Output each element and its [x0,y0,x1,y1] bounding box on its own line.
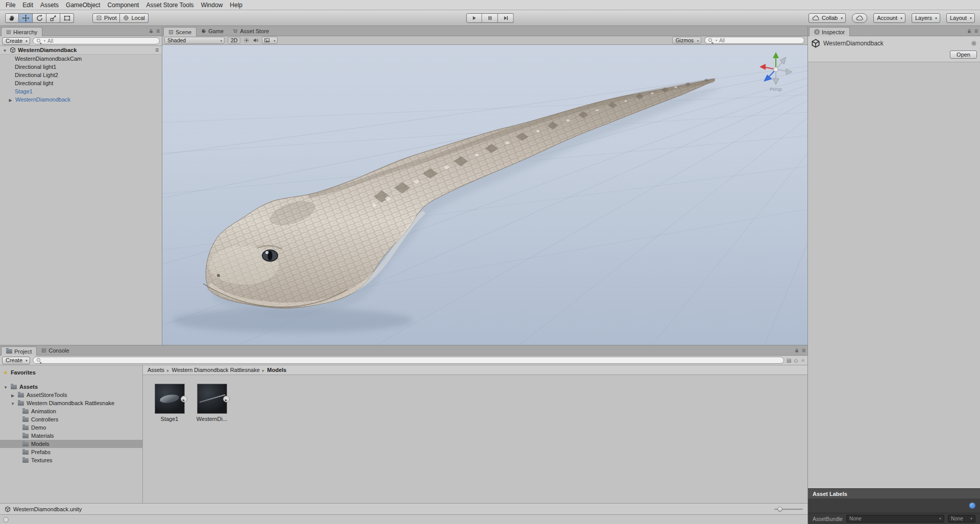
search-filter-arrow-icon[interactable]: ▼ [43,39,46,42]
orientation-gizmo[interactable]: Persp [755,49,796,92]
foldout-open-icon[interactable] [10,400,15,406]
folder-materials[interactable]: Materials [0,432,142,440]
label-tag-icon[interactable] [969,503,975,509]
hand-tool-button[interactable] [5,13,19,23]
rect-tool-button[interactable] [60,13,74,23]
scene-context-menu-icon[interactable] [155,46,162,54]
console-status-icon[interactable] [3,517,9,522]
layers-dropdown[interactable]: Layers [912,13,940,23]
asset-label: Stage1 [161,416,179,422]
assetbundle-variant-dropdown[interactable]: None [948,515,975,522]
hierarchy-item-stage1[interactable]: Stage1 [0,87,162,95]
hierarchy-create-button[interactable]: Create [2,37,30,45]
hierarchy-item-snake[interactable]: WesternDiamondback [0,95,162,104]
panel-menu-icon[interactable] [974,28,978,35]
search-by-label-icon[interactable] [794,357,798,363]
hierarchy-title: Hierarchy [13,29,37,35]
toolbar-right-cluster: Collab Account Layers Layout [808,13,975,23]
assetbundle-dropdown[interactable]: None [846,515,944,522]
folder-demo[interactable]: Demo [0,423,142,432]
hierarchy-item-light2[interactable]: Directional Light2 [0,71,162,79]
asset-item-stage1[interactable]: Stage1 [153,384,186,422]
scene-search-field[interactable]: ▼ All [704,37,804,44]
tab-inspector[interactable]: Inspector [809,27,850,36]
panel-menu-icon[interactable] [156,28,160,35]
menu-gameobject[interactable]: GameObject [62,1,104,10]
save-search-icon[interactable] [800,357,805,364]
local-toggle-button[interactable]: Local [120,13,148,23]
rotate-tool-button[interactable] [33,13,46,23]
tab-game[interactable]: Game [197,27,228,36]
hierarchy-item-light3[interactable]: Directional light [0,79,162,87]
tab-scene[interactable]: Scene [163,27,197,36]
open-button[interactable]: Open [950,51,977,59]
breadcrumb-models[interactable]: Models [267,367,286,373]
thumbnail-size-slider[interactable] [774,506,803,512]
search-by-type-icon[interactable] [787,357,791,363]
hierarchy-scene-row[interactable]: WesternDiamondback [0,46,162,55]
breadcrumb-assets[interactable]: Assets [148,367,164,373]
foldout-open-icon[interactable] [2,47,8,53]
layout-dropdown[interactable]: Layout [946,13,975,23]
gizmos-dropdown[interactable]: Gizmos [672,37,701,44]
pause-button[interactable] [482,13,498,23]
hierarchy-item-camera[interactable]: WesternDiamondbackCam [0,55,162,63]
slider-knob[interactable] [777,507,782,512]
expand-subassets-badge[interactable] [181,395,187,402]
search-filter-arrow-icon[interactable]: ▼ [715,39,718,42]
folder-animation[interactable]: Animation [0,407,142,415]
effects-dropdown[interactable] [262,37,278,44]
collab-button[interactable]: Collab [808,13,846,23]
hierarchy-search-field[interactable]: ▼ All [33,37,160,44]
asset-thumbnail[interactable] [197,384,227,414]
asset-thumbnail[interactable] [155,384,185,414]
folder-controllers[interactable]: Controllers [0,415,142,423]
foldout-open-icon[interactable] [3,384,8,390]
move-tool-button[interactable] [19,13,33,23]
menu-window[interactable]: Window [198,1,227,10]
project-search-field[interactable] [33,357,784,364]
tab-console[interactable]: Console [37,346,74,355]
shading-mode-dropdown[interactable]: Shaded [164,37,225,44]
scene-audio-icon[interactable] [253,37,259,43]
asset-labels-header[interactable]: Asset Labels [808,488,980,498]
foldout-closed-icon[interactable] [10,392,15,398]
menu-component[interactable]: Component [104,1,142,10]
folder-western-diamondback-rattlesnake[interactable]: Western Diamondback Rattlesnake [0,399,142,407]
lock-icon[interactable] [967,29,972,34]
play-button[interactable] [467,13,482,23]
expand-subassets-badge[interactable] [223,395,230,402]
menu-file[interactable]: File [2,1,19,10]
2d-toggle[interactable]: 2D [228,37,240,44]
asset-item-westerndiamondback[interactable]: WesternDi... [195,384,229,422]
lock-icon[interactable] [794,348,799,353]
menu-help[interactable]: Help [226,1,246,10]
folder-assets[interactable]: Assets [0,383,142,391]
breadcrumb-snake-folder[interactable]: Western Diamondback Rattlesnake [172,367,260,373]
step-button[interactable] [498,13,514,23]
folder-models[interactable]: Models [0,440,142,448]
menu-asset-store-tools[interactable]: Asset Store Tools [142,1,197,10]
tab-project[interactable]: Project [1,346,37,356]
tab-asset-store[interactable]: Asset Store [228,27,274,36]
menu-assets[interactable]: Assets [37,1,62,10]
panel-menu-icon[interactable] [802,347,805,354]
tab-hierarchy[interactable]: Hierarchy [1,27,42,36]
account-dropdown[interactable]: Account [873,13,905,23]
folder-textures[interactable]: Textures [0,456,142,464]
cloud-services-button[interactable] [852,13,867,23]
scale-tool-button[interactable] [46,13,60,23]
lock-icon[interactable] [149,29,154,34]
project-create-button[interactable]: Create [2,357,30,364]
hierarchy-item-light1[interactable]: Directional light1 [0,63,162,71]
gear-icon[interactable] [971,40,977,46]
menu-edit[interactable]: Edit [19,1,37,10]
scene-lighting-icon[interactable] [243,37,250,43]
folder-icon [18,393,24,397]
foldout-closed-icon[interactable] [8,96,13,103]
favorites-item[interactable]: Favorites [0,368,142,377]
pivot-toggle-button[interactable]: Pivot [92,13,120,23]
folder-prefabs[interactable]: Prefabs [0,448,142,456]
folder-assetstoretools[interactable]: AssetStoreTools [0,391,142,399]
scene-viewport[interactable]: Persp [162,45,807,345]
